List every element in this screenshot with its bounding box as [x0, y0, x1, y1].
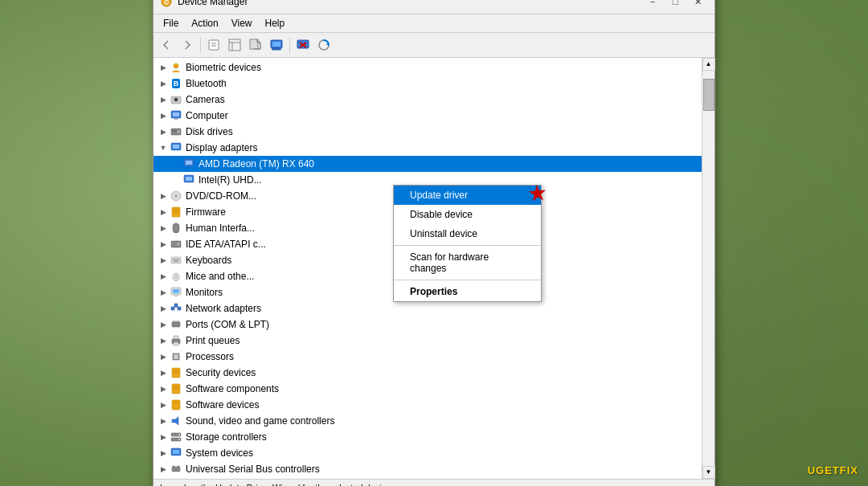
context-update-driver[interactable]: Update driver — [394, 186, 541, 205]
devmgr-toolbar-btn[interactable] — [225, 35, 244, 55]
window-icon: ⚙ — [160, 0, 173, 8]
icon-ports — [170, 318, 182, 331]
refresh-btn[interactable] — [314, 35, 334, 55]
expand-firmware[interactable]: ▶ — [157, 206, 170, 218]
close-button[interactable]: ✕ — [687, 0, 708, 10]
scroll-up[interactable]: ▲ — [702, 58, 715, 71]
label-usb: Universal Serial Bus controllers — [186, 464, 320, 475]
icon-ide — [170, 238, 182, 251]
scroll-thumb[interactable] — [703, 79, 714, 111]
context-properties[interactable]: Properties — [394, 282, 541, 301]
svg-point-80 — [178, 439, 180, 440]
tree-item-sound[interactable]: ▶ Sound, video and game controllers — [154, 413, 702, 429]
context-scan-hardware[interactable]: Scan for hardware changes — [394, 247, 541, 278]
back-button[interactable] — [157, 35, 176, 55]
svg-point-79 — [178, 434, 180, 435]
scrollbar[interactable]: ▲ ▼ — [702, 58, 714, 479]
expand-storage[interactable]: ▶ — [157, 431, 170, 443]
tree-item-usb[interactable]: ▶ Universal Serial Bus controllers — [154, 461, 702, 477]
tree-item-system[interactable]: ▶ System devices — [154, 445, 702, 461]
status-text: Launches the Update Driver Wizard for th… — [160, 483, 393, 486]
icon-security — [170, 366, 182, 379]
icon-sw-components — [170, 382, 182, 395]
tree-item-print[interactable]: ▶ Print queues — [154, 333, 702, 349]
expand-mice[interactable]: ▶ — [157, 270, 170, 283]
expand-computer[interactable]: ▶ — [157, 109, 170, 122]
svg-text:B: B — [174, 80, 179, 88]
label-dvd: DVD/CD-ROM... — [186, 190, 256, 202]
tree-item-network[interactable]: ▶ Network adapters — [154, 300, 702, 317]
maximize-button[interactable]: □ — [665, 0, 686, 10]
expand-keyboards[interactable]: ▶ — [157, 254, 170, 267]
label-sw-devices: Software devices — [186, 399, 259, 410]
expand-disk[interactable]: ▶ — [157, 125, 170, 138]
scroll-down[interactable]: ▼ — [702, 466, 715, 479]
properties-toolbar-btn[interactable] — [204, 35, 223, 55]
uninstall-btn[interactable] — [293, 35, 313, 55]
tree-item-computer[interactable]: ▶ Computer — [154, 108, 702, 124]
window-controls: − □ ✕ — [642, 0, 708, 10]
context-uninstall-device[interactable]: Uninstall device — [394, 224, 541, 243]
expand-bluetooth[interactable]: ▶ — [157, 77, 170, 90]
tree-item-cameras[interactable]: ▶ Cameras — [154, 92, 702, 108]
tree-item-storage[interactable]: ▶ Storage controllers — [154, 429, 702, 445]
svg-rect-55 — [174, 304, 178, 307]
label-processors: Processors — [186, 351, 234, 362]
expand-print[interactable]: ▶ — [157, 334, 170, 347]
expand-network[interactable]: ▶ — [157, 302, 170, 315]
tree-item-bluetooth[interactable]: ▶ B Bluetooth — [154, 76, 702, 92]
tree-item-processors[interactable]: ▶ Processors — [154, 349, 702, 365]
tree-item-display[interactable]: ▼ Display adapters — [154, 140, 702, 156]
svg-rect-34 — [186, 177, 192, 181]
tree-item-ports[interactable]: ▶ Ports (COM & LPT) — [154, 317, 702, 333]
tree-item-disk[interactable]: ▶ Disk drives — [154, 124, 702, 140]
expand-amd[interactable] — [170, 157, 182, 170]
context-disable-device[interactable]: Disable device — [394, 205, 541, 224]
expand-hid[interactable]: ▶ — [157, 222, 170, 235]
tree-item-security[interactable]: ▶ Security devices — [154, 365, 702, 381]
expand-cameras[interactable]: ▶ — [157, 93, 170, 106]
label-disk: Disk drives — [186, 126, 233, 137]
expand-processors[interactable]: ▶ — [157, 350, 170, 363]
svg-rect-28 — [172, 130, 177, 132]
update-driver-btn[interactable] — [246, 35, 265, 55]
svg-rect-59 — [172, 322, 180, 327]
svg-rect-74 — [172, 400, 180, 410]
tree-item-biometric[interactable]: ▶ Biometric devices — [154, 59, 702, 76]
expand-display[interactable]: ▼ — [157, 141, 170, 154]
forward-button[interactable] — [178, 35, 197, 55]
label-mice: Mice and othe... — [186, 271, 254, 282]
expand-system[interactable]: ▶ — [157, 447, 170, 459]
expand-ide[interactable]: ▶ — [157, 238, 170, 251]
svg-rect-64 — [174, 336, 178, 339]
menu-help[interactable]: Help — [259, 16, 292, 31]
minimize-button[interactable]: − — [642, 0, 663, 10]
scan-hardware-btn[interactable] — [267, 35, 286, 55]
menu-view[interactable]: View — [225, 16, 259, 31]
menu-action[interactable]: Action — [185, 16, 224, 31]
expand-intel[interactable] — [170, 174, 182, 186]
icon-intel — [182, 174, 195, 186]
expand-biometric[interactable]: ▶ — [157, 61, 170, 74]
expand-ports[interactable]: ▶ — [157, 318, 170, 331]
expand-sw-components[interactable]: ▶ — [157, 382, 170, 395]
expand-sound[interactable]: ▶ — [157, 415, 170, 427]
svg-rect-10 — [272, 48, 280, 50]
expand-security[interactable]: ▶ — [157, 366, 170, 379]
label-security: Security devices — [186, 367, 256, 378]
expand-usb[interactable]: ▶ — [157, 463, 170, 476]
label-display: Display adapters — [186, 142, 257, 153]
scroll-track[interactable] — [702, 71, 714, 466]
expand-dvd[interactable]: ▶ — [157, 190, 170, 202]
menu-bar: File Action View Help — [154, 14, 714, 33]
icon-print — [170, 334, 182, 347]
expand-sw-devices[interactable]: ▶ — [157, 398, 170, 411]
expand-monitors[interactable]: ▶ — [157, 286, 170, 299]
tree-item-sw-devices[interactable]: ▶ Software devices — [154, 397, 702, 413]
icon-dvd — [170, 190, 182, 202]
menu-file[interactable]: File — [157, 16, 185, 31]
tree-item-amd[interactable]: AMD Radeon (TM) RX 640 — [154, 156, 702, 172]
tree-item-sw-components[interactable]: ▶ Software components — [154, 381, 702, 397]
toolbar-sep-1 — [200, 37, 201, 53]
watermark-highlight: ET — [825, 464, 840, 476]
